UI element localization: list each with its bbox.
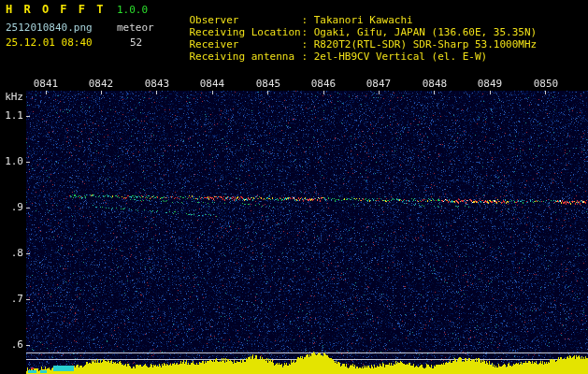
time-label: 0847	[358, 79, 399, 90]
app-version: 1.0.0	[117, 5, 148, 16]
time-label: 0841	[25, 79, 66, 90]
observation-mode: meteor	[117, 22, 154, 34]
freq-label: .6	[0, 339, 23, 351]
freq-label: .7	[0, 294, 23, 305]
info-value: : 2el-HB9CV Vertical (el. E-W)	[302, 50, 488, 63]
output-filename: 2512010840.png	[6, 22, 93, 34]
hrofft-output-image: H R O F F T 1.0.0 2512010840.png meteor …	[0, 0, 588, 374]
echo-count: 52	[130, 37, 142, 49]
time-label: 0842	[80, 79, 122, 90]
app-title: H R O F F T	[6, 4, 106, 15]
freq-unit-label: kHz	[0, 92, 23, 103]
time-label: 0849	[469, 79, 510, 90]
time-label: 0850	[525, 79, 566, 90]
freq-label: 1.0	[0, 156, 23, 167]
observation-datetime: 25.12.01 08:40	[6, 37, 93, 49]
freq-label: .8	[0, 248, 23, 259]
freq-label: .9	[0, 202, 23, 213]
freq-label: 1.1	[0, 110, 23, 122]
info-label: Receiving antenna	[190, 51, 302, 63]
time-label: 0846	[303, 79, 344, 90]
time-label: 0848	[414, 79, 455, 90]
time-label: 0845	[248, 79, 289, 90]
time-label: 0844	[192, 79, 233, 90]
time-label: 0843	[136, 79, 178, 90]
info-row-antenna: Receiving antenna: 2el-HB9CV Vertical (e…	[165, 40, 487, 74]
